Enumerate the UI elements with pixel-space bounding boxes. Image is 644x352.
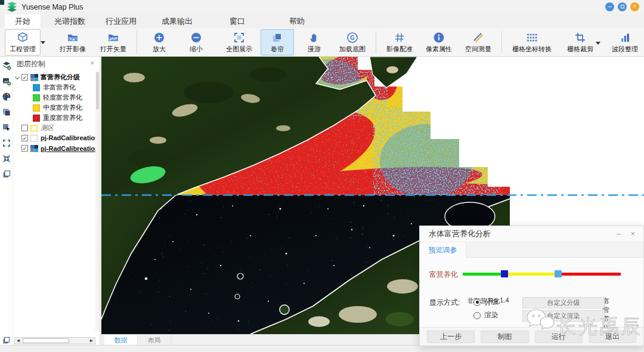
radio-icon[interactable]	[473, 312, 481, 319]
layer-stack-icon[interactable]	[2, 107, 11, 117]
slider-handle-low[interactable]	[501, 270, 508, 277]
raster-coordinate-button[interactable]: 栅格坐标转换	[507, 29, 556, 55]
left-column: 图层控制 × ✓ 富营养化分级 非富营养化 轻度富营养化	[0, 57, 100, 345]
layer-panel-close-icon[interactable]: ×	[90, 59, 94, 67]
run-button[interactable]: 运行	[535, 331, 583, 343]
display-mode-label: 显示方式:	[429, 298, 460, 308]
scroll-right-arrow-icon[interactable]: ▶	[88, 338, 95, 344]
title-bar: Yusense Map Plus – ×	[0, 0, 644, 14]
legend-label: 非富营养化	[43, 83, 76, 92]
hscroll-thumb[interactable]	[23, 338, 69, 343]
exit-button[interactable]: 退出	[589, 331, 636, 343]
menu-start[interactable]: 开始	[5, 14, 41, 28]
tab-data-view[interactable]: 数据	[104, 335, 138, 345]
custom-render-button[interactable]: 自定义渲染	[522, 310, 605, 322]
dialog-close-icon[interactable]: ×	[630, 229, 635, 238]
chevron-down-icon[interactable]	[15, 74, 20, 79]
close-button[interactable]: ×	[630, 2, 639, 11]
minimize-button[interactable]: –	[605, 2, 614, 11]
image-registration-button[interactable]: 影像配准	[382, 29, 417, 55]
layer-label[interactable]: pj-RadCalibreation	[41, 145, 95, 152]
svg-text:G: G	[350, 35, 355, 41]
dialog-title-bar[interactable]: 水体富营养化分析 – ×	[420, 226, 643, 242]
layer-checkbox[interactable]: ✓	[21, 74, 28, 81]
vscroll-thumb[interactable]	[96, 72, 99, 109]
panel-dock-icon[interactable]	[2, 336, 11, 345]
raster-clip-button[interactable]: 栅格裁剪	[562, 29, 602, 55]
app-window: Yusense Map Plus – × 开始 光谱指数 行业应用 成果输出 窗…	[0, 0, 644, 352]
dialog-tab-bar: 预览调参	[420, 242, 643, 258]
full-extent-button[interactable]: 全图展示	[221, 29, 257, 55]
dialog-minimize-icon[interactable]: –	[617, 229, 621, 238]
layer-checkbox[interactable]: ✓	[21, 145, 28, 152]
open-vector-folder-icon	[107, 32, 119, 44]
layer-label[interactable]: 测区	[41, 123, 54, 132]
legend-swatch	[33, 94, 40, 101]
layer-checkbox[interactable]	[21, 125, 28, 131]
open-image-button[interactable]: 打开影像	[55, 29, 91, 55]
layer-label[interactable]: pj-RadCalibreation_河道水	[41, 134, 95, 143]
legend-label: 轻度富营养化	[43, 93, 82, 102]
slider-handle-high[interactable]	[555, 270, 562, 277]
layer-select-icon[interactable]	[2, 123, 11, 132]
legend-label: 中度富营养化	[43, 103, 82, 112]
make-map-button[interactable]: 制图	[481, 331, 528, 343]
scroll-left-arrow-icon[interactable]: ◀	[15, 338, 21, 344]
pan-button[interactable]: 漫游	[298, 29, 331, 55]
legend-row: 非富营养化	[13, 82, 95, 92]
layer-group-row[interactable]: ✓ 富营养化分级	[13, 72, 95, 82]
tab-layout-view[interactable]: 布局	[138, 335, 171, 345]
registration-icon	[394, 32, 405, 44]
eutrophication-dialog: 水体富营养化分析 – × 预览调参 富营养化 非富营养化 1.4 1.9 富营养…	[419, 226, 644, 346]
slider-segment-yellow	[504, 273, 558, 276]
zoom-in-button[interactable]: 放大	[143, 29, 176, 55]
dialog-body: 富营养化 非富营养化 1.4 1.9 富营养化 显示方式: 分级 自定义分级 渲…	[420, 258, 643, 316]
menu-help[interactable]: 帮助	[279, 14, 315, 28]
swipe-tool-button[interactable]: 卷帘	[261, 29, 294, 55]
collapse-view-icon[interactable]	[2, 154, 11, 163]
previous-step-button[interactable]: 上一步	[427, 331, 475, 343]
copy-layer-icon[interactable]	[2, 169, 11, 179]
maximize-button[interactable]	[618, 2, 627, 11]
spatial-measure-button[interactable]: 空间测量	[460, 29, 496, 55]
full-extent-icon	[233, 32, 245, 44]
layer-row-radcal[interactable]: ✓ pj-RadCalibreation	[13, 143, 95, 153]
menu-industry-apps[interactable]: 行业应用	[95, 14, 147, 28]
menu-spectral-index[interactable]: 光谱指数	[44, 14, 95, 28]
layer-panel-hscrollbar[interactable]: ◀ ▶	[14, 337, 95, 344]
dropdown-caret-icon[interactable]	[596, 42, 600, 45]
layer-label[interactable]: 富营养化分级	[41, 73, 80, 82]
pixel-attribute-button[interactable]: 像素属性	[421, 29, 457, 55]
toolbar-separator	[137, 31, 137, 54]
layer-row-radcal-river[interactable]: ✓ pj-RadCalibreation_河道水	[13, 133, 95, 143]
band-manage-button[interactable]: 波段整理	[607, 29, 643, 55]
layer-panel-vscrollbar[interactable]	[95, 71, 100, 331]
raster-layer-icon	[30, 74, 38, 81]
radio-render[interactable]: 渲染	[473, 310, 499, 320]
legend-swatch	[33, 84, 40, 91]
zoom-extent-icon[interactable]	[2, 138, 11, 148]
radio-classified[interactable]: 分级	[473, 297, 499, 307]
open-vector-button[interactable]: 打开矢量	[95, 29, 131, 55]
project-manage-button[interactable]: 工程管理	[5, 29, 41, 55]
tab-preview-params[interactable]: 预览调参	[420, 242, 466, 258]
toolbar-separator	[501, 31, 502, 54]
window-controls: – ×	[605, 2, 639, 11]
add-layer-icon[interactable]	[2, 61, 11, 70]
legend-row: 中度富营养化	[13, 103, 95, 113]
eutrophication-slider[interactable]: 非富营养化 1.4 1.9 富营养化	[463, 273, 621, 276]
radio-icon[interactable]	[473, 299, 481, 306]
layer-row-survey-area[interactable]: 测区	[13, 123, 95, 133]
layer-checkbox[interactable]: ✓	[21, 135, 28, 141]
dropdown-caret-icon[interactable]	[41, 41, 45, 44]
swipe-icon	[271, 32, 283, 44]
raster-layer-icon	[30, 145, 38, 152]
render-palette-icon[interactable]	[2, 92, 11, 101]
load-basemap-button[interactable]: G 加载底图	[335, 29, 370, 55]
menu-output[interactable]: 成果输出	[151, 14, 203, 28]
layer-panel-header: 图层控制 ×	[13, 58, 100, 70]
custom-classify-button[interactable]: 自定义分级	[522, 297, 605, 308]
zoom-out-button[interactable]: 缩小	[179, 29, 213, 55]
add-raster-icon[interactable]	[2, 76, 11, 86]
menu-window[interactable]: 窗口	[219, 14, 255, 28]
